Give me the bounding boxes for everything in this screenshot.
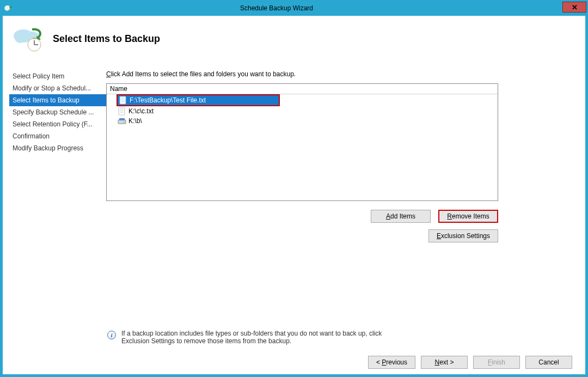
svg-rect-10 (120, 96, 126, 104)
file-icon (119, 96, 127, 105)
titlebar: Schedule Backup Wizard ✕ (1, 1, 587, 16)
step-specify-backup-schedule[interactable]: Specify Backup Schedule ... (9, 106, 106, 118)
main-panel: Click Add Items to select the files and … (106, 70, 585, 345)
window-title: Schedule Backup Wizard (13, 4, 562, 12)
list-row[interactable]: K:\b\ (107, 116, 498, 126)
list-item-path: K:\b\ (128, 117, 142, 125)
list-item-path: F:\TestBackup\Test File.txt (130, 96, 206, 104)
drive-icon (118, 117, 126, 125)
step-confirmation[interactable]: Confirmation (9, 130, 106, 142)
close-button[interactable]: ✕ (562, 2, 586, 13)
svg-rect-9 (33, 38, 36, 39)
remove-items-button[interactable]: Remove Items (438, 210, 498, 223)
exclusion-row: Exclusion Settings (106, 229, 498, 242)
item-buttons-row: Add Items Remove Items (106, 210, 498, 223)
client-area: Select Items to Backup Select Policy Ite… (3, 16, 585, 374)
svg-rect-18 (118, 120, 126, 124)
step-select-items-to-backup[interactable]: Select Items to Backup (9, 94, 106, 106)
svg-rect-19 (119, 118, 125, 120)
file-icon (118, 107, 126, 115)
svg-point-20 (124, 121, 125, 123)
step-select-retention-policy[interactable]: Select Retention Policy (F... (9, 118, 106, 130)
list-row[interactable]: F:\TestBackup\Test File.txt (117, 94, 280, 106)
client-frame: Select Items to Backup Select Policy Ite… (1, 16, 587, 376)
items-listbox[interactable]: Name F:\TestBackup\Test File.txt K:\c (106, 83, 498, 201)
wizard-window: Schedule Backup Wizard ✕ (0, 0, 588, 377)
step-modify-backup-progress[interactable]: Modify Backup Progress (9, 142, 106, 154)
wizard-footer: < Previous Next > Finish Cancel (3, 356, 585, 369)
step-modify-or-stop[interactable]: Modify or Stop a Schedul... (9, 82, 106, 94)
list-item-path: K:\c\c.txt (128, 107, 154, 115)
wizard-steps: Select Policy Item Modify or Stop a Sche… (3, 70, 106, 345)
body: Select Policy Item Modify or Stop a Sche… (3, 70, 585, 345)
prompt-text: Click Add Items to select the files and … (106, 70, 504, 78)
svg-rect-14 (119, 107, 125, 115)
cancel-button[interactable]: Cancel (525, 356, 572, 369)
finish-button: Finish (473, 356, 520, 369)
step-select-policy-item[interactable]: Select Policy Item (9, 70, 106, 82)
cloud-backup-icon (9, 23, 47, 54)
page-header: Select Items to Backup (3, 16, 585, 64)
info-text: If a backup location includes file types… (121, 330, 383, 345)
app-icon (4, 4, 13, 13)
previous-button[interactable]: < Previous (368, 356, 415, 369)
prompt-rest: lick Add Items to select the files and f… (111, 70, 296, 78)
list-row[interactable]: K:\c\c.txt (107, 106, 498, 116)
page-title: Select Items to Backup (53, 33, 160, 45)
column-header-name[interactable]: Name (107, 84, 498, 94)
exclusion-settings-button[interactable]: Exclusion Settings (428, 229, 498, 242)
close-icon: ✕ (572, 4, 578, 11)
add-items-button[interactable]: Add Items (371, 210, 431, 223)
svg-point-3 (15, 33, 26, 43)
info-icon: i (107, 331, 116, 339)
next-button[interactable]: Next > (421, 356, 468, 369)
info-block: i If a backup location includes file typ… (106, 330, 498, 345)
prompt-hotkey: C (106, 70, 111, 78)
